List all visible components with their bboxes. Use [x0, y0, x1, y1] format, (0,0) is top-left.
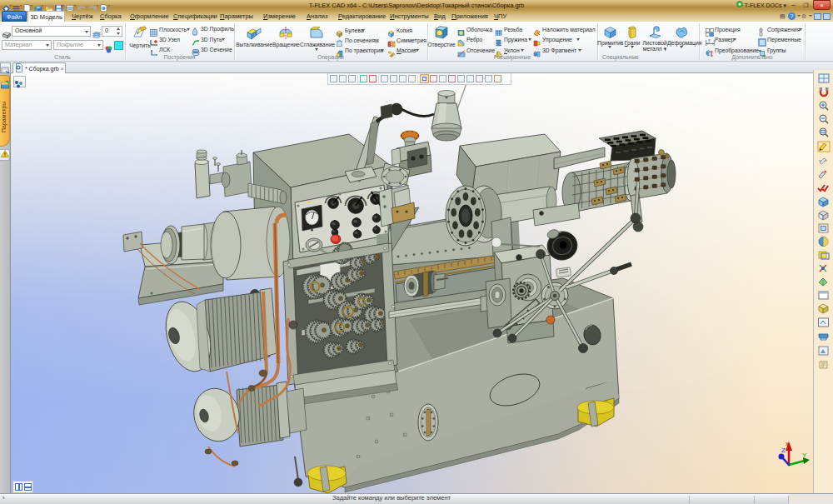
svg-text:Y: Y [802, 452, 807, 459]
svg-text:5: 5 [708, 39, 711, 43]
svg-text:x: x [786, 440, 789, 447]
svg-text:Z: Z [781, 447, 786, 454]
svg-text:⚡: ⚡ [307, 199, 312, 205]
